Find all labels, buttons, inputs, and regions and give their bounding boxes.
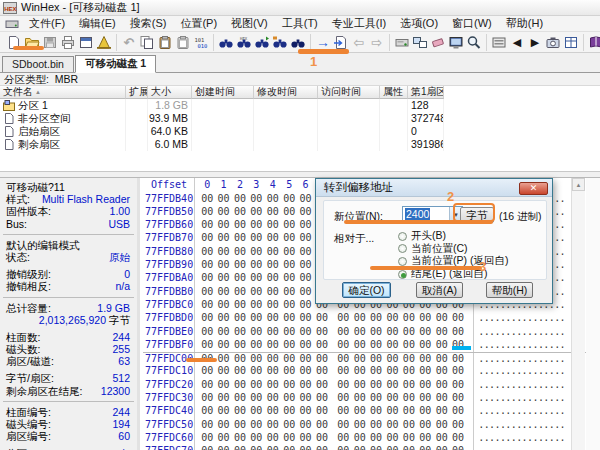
hex-byte[interactable]: 00: [450, 353, 466, 365]
hex-byte[interactable]: 00: [384, 392, 400, 405]
hex-byte[interactable]: 00: [417, 365, 433, 378]
hex-byte[interactable]: 00: [314, 312, 330, 325]
zoom-icon[interactable]: [465, 34, 483, 51]
hex-byte[interactable]: 00: [417, 326, 433, 339]
hex-byte[interactable]: 00: [281, 432, 297, 445]
hex-byte[interactable]: 00: [368, 405, 384, 418]
hex-byte[interactable]: 00: [215, 392, 231, 405]
hex-byte[interactable]: 00: [265, 232, 281, 245]
clone-disk-icon[interactable]: [411, 34, 429, 51]
hex-byte[interactable]: 00: [199, 419, 215, 432]
hex-byte[interactable]: 00: [314, 419, 330, 432]
hex-byte[interactable]: 00: [265, 419, 281, 432]
hex-byte[interactable]: 00: [450, 419, 466, 432]
hex-byte[interactable]: 00: [433, 392, 449, 405]
hex-byte[interactable]: 00: [297, 219, 313, 232]
hex-byte[interactable]: 00: [232, 392, 248, 405]
hex-byte[interactable]: 00: [352, 379, 368, 392]
hex-byte[interactable]: 00: [265, 379, 281, 392]
column-header[interactable]: 创建时间: [192, 86, 254, 99]
hex-byte[interactable]: 00: [232, 272, 248, 285]
hex-byte[interactable]: 00: [450, 392, 466, 405]
hex-byte[interactable]: 00: [215, 286, 231, 299]
hex-byte[interactable]: 00: [232, 339, 248, 352]
radio-selected-icon[interactable]: [398, 270, 407, 279]
hex-byte[interactable]: 00: [384, 326, 400, 339]
column-header[interactable]: 大小: [148, 86, 192, 99]
hex-byte[interactable]: 00: [450, 326, 466, 339]
hex-byte[interactable]: 00: [352, 392, 368, 405]
hex-byte[interactable]: 00: [281, 379, 297, 392]
hex-row[interactable]: 77FFDC6000000000000000000000000000000000…: [143, 432, 600, 445]
hex-byte[interactable]: 00: [297, 232, 313, 245]
hex-byte[interactable]: 00: [199, 259, 215, 272]
hex-byte[interactable]: 00: [199, 246, 215, 259]
calculator-icon[interactable]: [562, 34, 580, 51]
hex-byte[interactable]: 00: [199, 326, 215, 339]
tab-removable-disk[interactable]: 可移动磁盘 1: [75, 55, 156, 73]
hex-byte[interactable]: 00: [265, 299, 281, 312]
radio-icon[interactable]: [398, 232, 407, 241]
hex-byte[interactable]: 00: [417, 353, 433, 365]
menu-item-f[interactable]: 文件(F): [22, 16, 72, 31]
table-row[interactable]: 分区 11.8 GB128: [0, 99, 600, 112]
hex-byte[interactable]: 00: [297, 299, 313, 312]
goto-offset-icon[interactable]: →: [314, 34, 332, 51]
hex-byte[interactable]: 00: [297, 326, 313, 339]
hex-byte[interactable]: 00: [281, 193, 297, 206]
hex-byte[interactable]: 00: [248, 445, 264, 450]
hex-byte[interactable]: 00: [199, 365, 215, 378]
wizard-icon[interactable]: [95, 34, 113, 51]
hex-byte[interactable]: 00: [314, 432, 330, 445]
hex-byte[interactable]: 00: [248, 326, 264, 339]
hex-byte[interactable]: 00: [335, 365, 351, 378]
hex-byte[interactable]: 00: [215, 432, 231, 445]
hex-byte[interactable]: 00: [265, 392, 281, 405]
hex-byte[interactable]: 00: [335, 312, 351, 325]
hex-byte[interactable]: 00: [352, 312, 368, 325]
hex-byte[interactable]: 00: [248, 206, 264, 219]
column-header[interactable]: 访问时间: [318, 86, 380, 99]
hex-byte[interactable]: 00: [248, 432, 264, 445]
hex-byte[interactable]: 00: [314, 379, 330, 392]
hex-byte[interactable]: 00: [401, 339, 417, 352]
hex-byte[interactable]: 00: [248, 365, 264, 378]
hex-byte[interactable]: 00: [352, 405, 368, 418]
table-row[interactable]: 剩余扇区6.0 MB3919860: [0, 138, 600, 151]
replace-hex-icon[interactable]: [271, 34, 289, 51]
hex-row[interactable]: 77FFDC1000000000000000000000000000000000…: [143, 365, 600, 378]
hex-byte[interactable]: 00: [401, 419, 417, 432]
hex-byte[interactable]: 00: [265, 206, 281, 219]
hex-byte[interactable]: 00: [417, 312, 433, 325]
hex-byte[interactable]: 00: [232, 286, 248, 299]
hex-byte[interactable]: 00: [450, 312, 466, 325]
menu-item-v[interactable]: 视图(V): [224, 16, 275, 31]
copy-icon[interactable]: [138, 34, 156, 51]
radio-icon[interactable]: [398, 257, 407, 266]
menu-item-o[interactable]: 选项(O): [393, 16, 445, 31]
hex-byte[interactable]: 00: [215, 299, 231, 312]
hex-byte[interactable]: 00: [215, 445, 231, 450]
hex-byte[interactable]: 00: [248, 339, 264, 352]
hex-byte[interactable]: 00: [368, 392, 384, 405]
help-icon[interactable]: [587, 34, 600, 51]
hex-byte[interactable]: 00: [248, 299, 264, 312]
forward-icon[interactable]: ⇨: [368, 34, 386, 51]
hex-byte[interactable]: 00: [433, 365, 449, 378]
hex-byte[interactable]: 00: [368, 312, 384, 325]
hex-byte[interactable]: 00: [281, 259, 297, 272]
menu-item-e[interactable]: 编辑(E): [72, 16, 123, 31]
hex-ascii[interactable]: ................: [478, 392, 565, 405]
hex-byte[interactable]: 00: [335, 353, 351, 365]
hex-byte[interactable]: 00: [215, 339, 231, 352]
hex-row[interactable]: 77FFDC5000000000000000000000000000000000…: [143, 419, 600, 432]
column-header[interactable]: 扩展名: [126, 86, 148, 99]
hex-byte[interactable]: 00: [297, 353, 313, 365]
hex-byte[interactable]: 00: [297, 286, 313, 299]
hex-byte[interactable]: 00: [433, 405, 449, 418]
hex-byte[interactable]: 00: [352, 445, 368, 450]
hex-byte[interactable]: 00: [281, 392, 297, 405]
hex-byte[interactable]: 00: [215, 419, 231, 432]
help-button[interactable]: 帮助(H): [486, 282, 533, 298]
hex-byte[interactable]: 00: [215, 272, 231, 285]
